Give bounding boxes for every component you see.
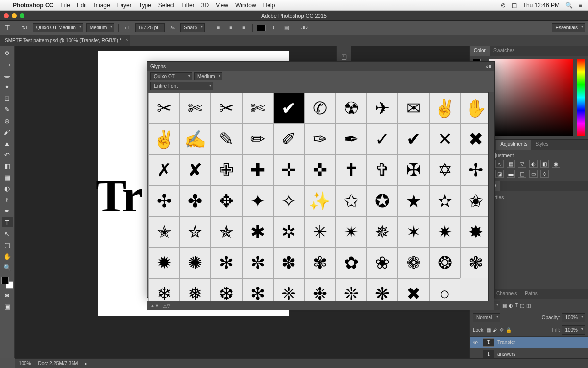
clock[interactable]: Thu 12:46 PM (523, 2, 560, 9)
filter-type-icon[interactable]: T (515, 303, 518, 308)
hand-tool[interactable]: ✋ (2, 251, 13, 261)
marquee-tool[interactable]: ▭ (2, 59, 13, 69)
menu-select[interactable]: Select (158, 2, 174, 9)
pen-tool[interactable]: ✒ (2, 206, 13, 216)
glyph-scissors-outline[interactable]: ✄ (242, 93, 273, 124)
glyph-clover-3[interactable]: ✢ (460, 155, 491, 185)
eraser-tool[interactable]: ◧ (2, 161, 13, 171)
crop-tool[interactable]: ⊡ (2, 93, 13, 103)
glyph-asterisk-5[interactable]: ✲ (273, 216, 305, 247)
app-name[interactable]: Photoshop CC (13, 2, 53, 9)
glyph-check-bold[interactable]: ✔ (398, 124, 429, 155)
glyph-phone-dial[interactable]: ✆ (304, 93, 336, 124)
antialias-dropdown[interactable]: Sharp (180, 23, 205, 32)
adj-gradient-icon[interactable]: ▭ (529, 170, 538, 178)
visibility-icon[interactable]: 👁 (473, 340, 480, 345)
layer-thumb[interactable]: T (483, 338, 494, 347)
adj-selective-icon[interactable]: ◊ (540, 170, 549, 178)
glyph-star-david[interactable]: ✡ (429, 155, 461, 185)
glyph-diamond-outline[interactable]: ✧ (273, 185, 305, 216)
glyph-flower-6c[interactable]: ✽ (273, 247, 305, 278)
zoom-level[interactable]: 100% (19, 361, 31, 366)
spotlight-icon[interactable]: 🔍 (565, 2, 573, 9)
adj-photo-icon[interactable]: ◉ (552, 160, 560, 168)
glyph-flower-6b[interactable]: ✼ (242, 247, 273, 278)
glyph-plus-bold[interactable]: ✚ (242, 155, 273, 185)
glyph-flower-8[interactable]: ✾ (304, 247, 336, 278)
glyph-star-5-thin[interactable]: ✯ (211, 216, 242, 247)
menu-type[interactable]: Type (139, 2, 151, 9)
layer-row[interactable]: 👁TTransfer (470, 337, 588, 348)
battery-icon[interactable]: ◫ (512, 2, 517, 9)
eyedropper-tool[interactable]: ✎ (2, 105, 13, 114)
blur-tool[interactable]: ◐ (2, 184, 13, 193)
text-color-swatch[interactable] (257, 25, 266, 31)
font-weight-dropdown[interactable]: Medium (86, 23, 115, 32)
filter-shape-icon[interactable]: ▢ (520, 303, 524, 308)
close-tab-icon[interactable]: × (125, 37, 128, 42)
glyph-sun-circle[interactable]: ❂ (429, 247, 461, 278)
glyph-plus-outline[interactable]: ✙ (211, 155, 242, 185)
heal-tool[interactable]: ⊕ (2, 116, 13, 126)
history-brush-tool[interactable]: ↶ (2, 150, 13, 159)
glyph-envelope[interactable]: ✉ (398, 93, 429, 124)
align-center-icon[interactable]: ≡ (226, 23, 236, 33)
glyphs-weight-dropdown[interactable]: Medium (194, 72, 222, 80)
tab-color[interactable]: Color (470, 46, 490, 56)
glyph-flower-ol[interactable]: ❀ (367, 247, 398, 278)
menu-layer[interactable]: Layer (117, 2, 132, 9)
menu-filter[interactable]: Filter (181, 2, 195, 9)
adj-hue-icon[interactable]: ◐ (529, 160, 538, 168)
glyph-hand-stop[interactable]: ✋ (460, 93, 491, 124)
char-panel-icon[interactable]: ▤ (281, 23, 291, 33)
adj-invert-icon[interactable]: ◪ (495, 170, 504, 178)
glyphs-header[interactable]: Glyphs »≡ (147, 62, 494, 71)
glyph-circle-ol[interactable]: ○ (429, 278, 461, 301)
stamp-tool[interactable]: ▲ (2, 138, 13, 148)
menu-3d[interactable]: 3D (201, 2, 209, 9)
glyph-asterisk-thin[interactable]: ✴ (336, 216, 367, 247)
brush-tool[interactable]: 🖌 (2, 127, 13, 137)
dodge-tool[interactable]: ℓ (2, 195, 13, 205)
glyph-snowflake-b[interactable]: ❅ (180, 278, 211, 301)
glyph-glasses[interactable]: ✒ (336, 124, 367, 155)
filter-adj-icon[interactable]: ◐ (509, 303, 513, 308)
glyph-burst-12[interactable]: ✹ (148, 247, 180, 278)
tab-styles[interactable]: Styles (531, 140, 552, 150)
glyph-asterisk-6[interactable]: ✱ (242, 216, 273, 247)
glyph-flower-dot2[interactable]: ❉ (304, 278, 336, 301)
glyph-checkbox[interactable]: ✔ (273, 93, 305, 124)
color-picker[interactable] (489, 59, 573, 136)
hamburger-icon[interactable]: ≡ (579, 2, 582, 9)
close-window-button[interactable] (4, 13, 9, 18)
glyph-flower-10[interactable]: ❁ (398, 247, 429, 278)
glyphs-subset-dropdown[interactable]: Entire Font (150, 82, 213, 90)
glyph-star-8-fat[interactable]: ✸ (460, 216, 491, 247)
glyph-burst-16[interactable]: ✺ (180, 247, 211, 278)
adj-curves-icon[interactable]: ∿ (495, 160, 504, 168)
glyph-snowflake[interactable]: ❄ (148, 278, 180, 301)
gradient-tool[interactable]: ▦ (2, 172, 13, 182)
adj-poster-icon[interactable]: ▬ (507, 170, 515, 178)
quickmask-tool[interactable]: ◙ (2, 290, 13, 300)
glyph-x-bold[interactable]: ✖ (460, 124, 491, 155)
glyph-star-8-bold[interactable]: ✷ (429, 216, 461, 247)
adj-vibrance-icon[interactable]: ▽ (518, 160, 526, 168)
tab-channels[interactable]: Channels (492, 289, 521, 299)
adj-exposure-icon[interactable]: ▤ (507, 160, 515, 168)
glyph-clover-4[interactable]: ✣ (148, 185, 180, 216)
lock-trans-icon[interactable]: ▦ (487, 327, 491, 333)
glyph-pencil-diag[interactable]: ✐ (273, 124, 305, 155)
wifi-icon[interactable]: ⊚ (501, 2, 506, 9)
glyph-scissors-open[interactable]: ✄ (180, 93, 211, 124)
blend-mode-dropdown[interactable]: Normal (473, 313, 500, 322)
glyphs-zoom-out-icon[interactable]: ▲▼ (150, 303, 159, 308)
type-tool[interactable]: T (2, 217, 13, 227)
filter-smart-icon[interactable]: ◫ (526, 303, 531, 308)
glyph-flower-dot3[interactable]: ❊ (336, 278, 367, 301)
zoom-tool[interactable]: 🔍 (2, 263, 13, 272)
layer-name[interactable]: Transfer (497, 340, 515, 345)
fg-bg-swatches[interactable] (1, 277, 13, 289)
glyph-club[interactable]: ✤ (180, 185, 211, 216)
document-tab[interactable]: SMPTE Test pattern.psd @ 100% (Transfer,… (0, 35, 130, 46)
